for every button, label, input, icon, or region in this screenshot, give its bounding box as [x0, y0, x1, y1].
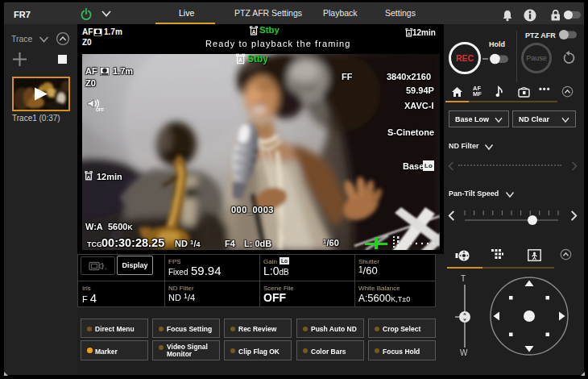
svg-text:A: A — [252, 29, 256, 35]
svg-text:A: A — [408, 31, 412, 36]
svg-text:A: A — [238, 57, 242, 63]
svg-text:OFF: OFF — [96, 107, 104, 112]
svg-text:A: A — [87, 175, 91, 180]
svg-text:x: x — [105, 266, 107, 271]
